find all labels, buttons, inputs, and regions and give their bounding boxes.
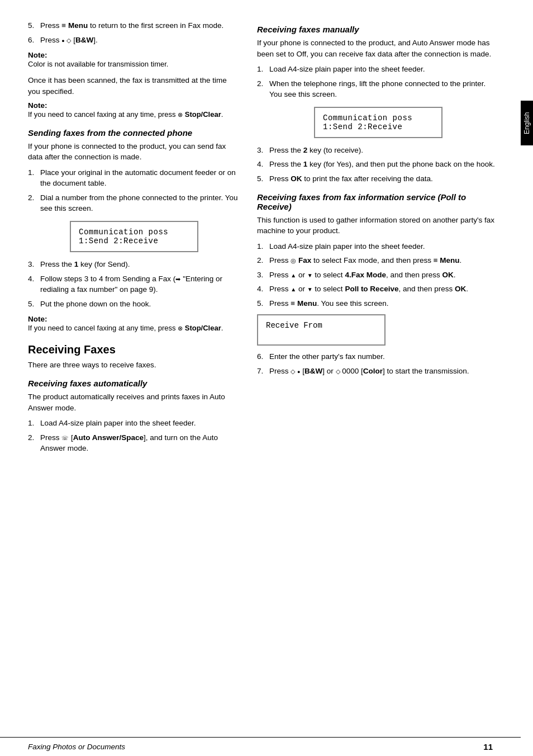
language-label: English [523, 112, 531, 134]
receiving-manually-title: Receiving faxes manually [257, 25, 499, 34]
auto-step-2: 2. Press [Auto Answer/Space], and turn o… [28, 432, 240, 454]
sending-step-3-text: Press the 1 key (for Send). [40, 259, 240, 270]
poll-step-4: 4. Press or to select Poll to Receive, a… [257, 284, 499, 295]
lcd-receive-line2 [266, 330, 377, 339]
note-block-1: Note: Color is not available for transmi… [28, 51, 240, 69]
poll-step-3-num: 3. [257, 270, 266, 281]
footer-title: Faxing Photos or Documents [28, 743, 125, 751]
lcd-receive-from: Receive From [257, 314, 386, 346]
sending-connected-intro: If your phone is connected to the produc… [28, 141, 240, 163]
receiving-manually-intro: If your phone is connected to the produc… [257, 37, 499, 59]
sending-step-3-num: 3. [28, 259, 37, 270]
manually-step-1-text: Load A4-size plain paper into the sheet … [269, 64, 499, 75]
auto-step-2-text: Press [Auto Answer/Space], and turn on t… [40, 432, 240, 454]
poll-step-6: 6. Enter the other party's fax number. [257, 351, 499, 362]
manually-step-5: 5. Press OK to print the fax after recei… [257, 173, 499, 185]
step-6: 6. Press [B&W]. [28, 35, 240, 46]
sending-step-4-text: Follow steps 3 to 4 from Sending a Fax (… [40, 273, 240, 295]
note-text-3: If you need to cancel faxing at any time… [28, 324, 223, 332]
poll-step-5-num: 5. [257, 298, 266, 309]
sending-step-3: 3. Press the 1 key (for Send). [28, 259, 240, 270]
note-text-2: If you need to cancel faxing at any time… [28, 110, 223, 119]
receiving-faxes-intro: There are three ways to receive faxes. [28, 360, 240, 371]
auto-step-1-num: 1. [28, 418, 37, 429]
poll-step-7-num: 7. [257, 366, 266, 377]
manually-step-3: 3. Press the 2 key (to receive). [257, 145, 499, 156]
sending-step-5: 5. Put the phone down on the hook. [28, 299, 240, 310]
auto-step-1-text: Load A4-size plain paper into the sheet … [40, 418, 240, 429]
sending-step-2-num: 2. [28, 192, 37, 214]
step-6-text: Press [B&W]. [40, 35, 240, 46]
poll-step-4-num: 4. [257, 284, 266, 295]
poll-step-6-text: Enter the other party's fax number. [269, 351, 499, 362]
footer-page-num: 11 [483, 742, 493, 752]
manually-step-4-text: Press the 1 key (for Yes), and then put … [269, 159, 499, 170]
lcd-manually: Communication poss 1:Send 2:Receive [314, 107, 442, 138]
poll-step-5-text: Press Menu. You see this screen. [269, 298, 499, 309]
poll-step-1: 1. Load A4-size plain paper into the she… [257, 241, 499, 252]
receiving-auto-title: Receiving faxes automatically [28, 379, 240, 388]
lcd-receive-line1: Receive From [266, 321, 377, 330]
sending-connected-steps-1: 1. Place your original in the automatic … [28, 167, 240, 214]
note-block-3: Note: If you need to cancel faxing at an… [28, 315, 240, 333]
poll-step-5: 5. Press Menu. You see this screen. [257, 298, 499, 309]
lcd-sending-connected: Communication poss 1:Send 2:Receive [70, 221, 198, 252]
poll-step-6-num: 6. [257, 351, 266, 362]
sending-step-5-num: 5. [28, 299, 37, 310]
manually-step-5-num: 5. [257, 173, 266, 185]
poll-receive-intro: This function is used to gather informat… [257, 215, 499, 237]
poll-receive-title: Receiving faxes from fax information ser… [257, 192, 499, 211]
sending-connected-steps-2: 3. Press the 1 key (for Send). 4. Follow… [28, 259, 240, 309]
sending-step-5-text: Put the phone down on the hook. [40, 299, 240, 310]
lcd-manually-line2: 1:Send 2:Receive [323, 122, 434, 131]
main-content: 5. Press Menu to return to the first scr… [0, 0, 533, 756]
after-note-text: Once it has been scanned, the fax is tra… [28, 75, 240, 97]
note-label-3: Note: [28, 315, 47, 323]
auto-step-2-num: 2. [28, 432, 37, 454]
poll-step-2: 2. Press Fax to select Fax mode, and the… [257, 255, 499, 266]
poll-step-7: 7. Press [B&W] or 0000 [Color] to start … [257, 366, 499, 377]
poll-step-4-text: Press or to select Poll to Receive, and … [269, 284, 499, 295]
step-5-text: Press Menu to return to the first screen… [40, 20, 240, 31]
sending-step-1-text: Place your original in the automatic doc… [40, 167, 240, 189]
note-text-1: Color is not available for transmission … [28, 60, 168, 68]
language-tab: English [521, 101, 533, 145]
receiving-manually-steps-2: 3. Press the 2 key (to receive). 4. Pres… [257, 145, 499, 185]
manually-step-4: 4. Press the 1 key (for Yes), and then p… [257, 159, 499, 170]
manually-step-1-num: 1. [257, 64, 266, 75]
receiving-auto-intro: The product automatically receives and p… [28, 391, 240, 413]
lcd-line-1: Communication poss [79, 228, 189, 237]
auto-step-1: 1. Load A4-size plain paper into the she… [28, 418, 240, 429]
receiving-manually-steps-1: 1. Load A4-size plain paper into the she… [257, 64, 499, 100]
receiving-auto-steps: 1. Load A4-size plain paper into the she… [28, 418, 240, 454]
step-6-num: 6. [28, 35, 37, 46]
left-column: 5. Press Menu to return to the first scr… [28, 17, 257, 734]
sending-step-1-num: 1. [28, 167, 37, 189]
manually-step-1: 1. Load A4-size plain paper into the she… [257, 64, 499, 75]
poll-step-3: 3. Press or to select 4.Fax Mode, and th… [257, 270, 499, 281]
poll-step-1-num: 1. [257, 241, 266, 252]
manually-step-3-num: 3. [257, 145, 266, 156]
poll-steps-2: 6. Enter the other party's fax number. 7… [257, 351, 499, 376]
poll-step-3-text: Press or to select 4.Fax Mode, and then … [269, 270, 499, 281]
lcd-manually-line1: Communication poss [323, 114, 434, 122]
note-label-2: Note: [28, 101, 47, 110]
manually-step-2-num: 2. [257, 78, 266, 100]
sending-connected-title: Sending faxes from the connected phone [28, 128, 240, 138]
note-block-2: Note: If you need to cancel faxing at an… [28, 101, 240, 120]
right-column: Receiving faxes manually If your phone i… [257, 17, 499, 734]
manually-step-4-num: 4. [257, 159, 266, 170]
sending-step-2-text: Dial a number from the phone connected t… [40, 192, 240, 214]
sending-step-4-num: 4. [28, 273, 37, 295]
sending-step-2: 2. Dial a number from the phone connecte… [28, 192, 240, 214]
top-steps: 5. Press Menu to return to the first scr… [28, 20, 240, 120]
manually-step-2-text: When the telephone rings, lift the phone… [269, 78, 499, 100]
page-footer: Faxing Photos or Documents 11 [0, 737, 521, 756]
poll-step-2-text: Press Fax to select Fax mode, and then p… [269, 255, 499, 266]
manually-step-2: 2. When the telephone rings, lift the ph… [257, 78, 499, 100]
top-step-list: 5. Press Menu to return to the first scr… [28, 20, 240, 45]
manually-step-3-text: Press the 2 key (to receive). [269, 145, 499, 156]
step-5-num: 5. [28, 20, 37, 31]
receiving-faxes-title: Receiving Faxes [28, 343, 240, 356]
note-label-1: Note: [28, 51, 47, 59]
